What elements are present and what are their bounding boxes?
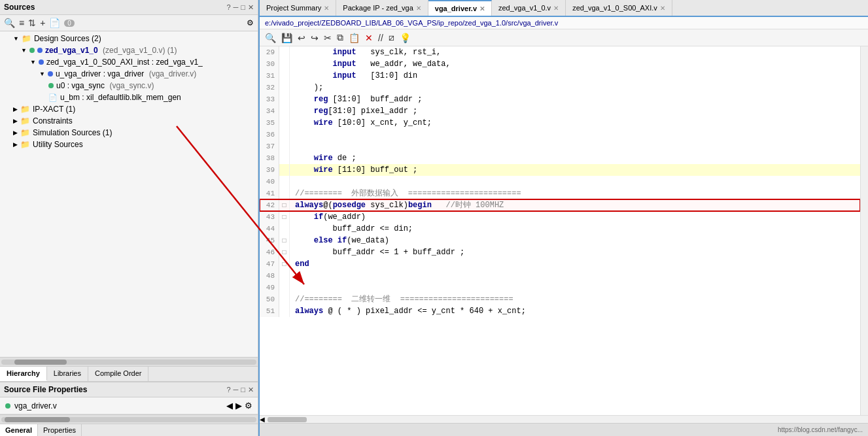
blue-dot-icon2: [48, 71, 53, 76]
tab-close-vga-driver[interactable]: ✕: [479, 5, 485, 12]
code-line-43[interactable]: 43□ if(we_addr): [260, 211, 860, 223]
minimize-icon[interactable]: ─: [234, 3, 239, 11]
sfp-forward-icon[interactable]: ▶: [235, 401, 242, 411]
tab-close-zed-vga-s00-axi[interactable]: ✕: [660, 5, 665, 12]
expand-arrow: ▼: [13, 35, 19, 42]
code-line-31[interactable]: 31 input [31:0] din: [260, 70, 860, 82]
line-number: 32: [260, 82, 279, 93]
search-icon[interactable]: 🔍: [4, 18, 15, 28]
code-line-51[interactable]: 51always @ ( * ) pixel_addr <= y_cnt * 6…: [260, 305, 860, 317]
line-code-content: //======== 二维转一维 =======================…: [290, 293, 860, 305]
line-number: 29: [260, 46, 279, 58]
tree-item-u0-vga-sync[interactable]: u0 : vga_sync (vga_sync.v): [0, 80, 258, 92]
tree-item-constraints[interactable]: ▶ 📁 Constraints: [0, 115, 258, 127]
code-line-30[interactable]: 30 input we_addr, we_data,: [260, 58, 860, 70]
tree-item-ip-xact[interactable]: ▶ 📁 IP-XACT (1): [0, 103, 258, 115]
tree-item-u-bm[interactable]: 📄 u_bm : xil_defaultlib.blk_mem_gen: [0, 92, 258, 103]
close-icon[interactable]: ✕: [248, 3, 254, 12]
line-marker: □: [279, 258, 290, 270]
tree-item-zed-vga-v10[interactable]: ▼ zed_vga_v1_0 (zed_vga_v1_0.v) (1): [0, 44, 258, 56]
code-comment-icon[interactable]: //: [378, 33, 383, 43]
code-line-36[interactable]: 36: [260, 129, 860, 141]
line-number: 46: [260, 246, 279, 258]
code-line-42[interactable]: 42□always@(posedge sys_clk)begin //时钟 10…: [260, 199, 860, 211]
props-tab-general[interactable]: General: [0, 424, 38, 436]
code-line-48[interactable]: 48: [260, 270, 860, 282]
add-icon[interactable]: +: [40, 18, 45, 28]
tab-vga-driver[interactable]: vga_driver.v ✕: [428, 0, 492, 16]
code-line-29[interactable]: 29 input sys_clk, rst_i,: [260, 46, 860, 58]
tab-project-summary[interactable]: Project Summary ✕: [260, 0, 336, 16]
scroll-left-icon[interactable]: ◀: [260, 416, 265, 423]
code-line-46[interactable]: 46□ buff_addr <= 1 + buff_addr ;: [260, 246, 860, 258]
u0-vga-sync-sub: (vga_sync.v): [107, 81, 154, 90]
file-icon[interactable]: 📄: [49, 18, 60, 28]
code-line-35[interactable]: 35 wire [10:0] x_cnt, y_cnt;: [260, 117, 860, 129]
code-editor[interactable]: 29 input sys_clk, rst_i,30 input we_addr…: [260, 46, 860, 415]
sfp-filename: vga_driver.v: [14, 401, 57, 411]
code-search-icon[interactable]: 🔍: [265, 33, 276, 43]
code-line-37[interactable]: 37: [260, 141, 860, 152]
restore-icon[interactable]: □: [241, 3, 245, 11]
code-line-45[interactable]: 45□ else if(we_data): [260, 235, 860, 246]
sfp-help-icon[interactable]: ?: [226, 386, 230, 394]
code-undo-icon[interactable]: ↩: [298, 33, 305, 43]
code-line-41[interactable]: 41//======== 外部数据输入 ====================…: [260, 188, 860, 199]
tab-zed-vga-s00-axi[interactable]: zed_vga_v1_0_S00_AXI.v ✕: [566, 0, 672, 16]
tab-package-ip[interactable]: Package IP - zed_vga ✕: [336, 0, 428, 16]
code-line-38[interactable]: 38 wire de ;: [260, 152, 860, 164]
sfp-h-scrollbar[interactable]: [0, 414, 258, 424]
h-scroll-thumb: [14, 360, 67, 365]
props-tab-properties[interactable]: Properties: [38, 424, 82, 436]
sfp-close-icon[interactable]: ✕: [248, 386, 254, 394]
sfp-gear-icon[interactable]: ⚙: [245, 401, 252, 411]
horizontal-scrollbar[interactable]: ◀: [260, 415, 868, 423]
code-line-33[interactable]: 33 reg [31:0] buff_addr ;: [260, 93, 860, 105]
sfp-back-icon[interactable]: ◀: [226, 401, 233, 411]
folder-icon-sim: 📁: [20, 128, 30, 137]
code-delete-icon[interactable]: ✕: [365, 33, 373, 43]
code-line-32[interactable]: 32 );: [260, 82, 860, 93]
line-number: 48: [260, 270, 279, 282]
expand-arrow-ip: ▶: [13, 106, 18, 112]
sfp-minimize-icon[interactable]: ─: [234, 386, 239, 394]
vertical-scrollbar[interactable]: [860, 46, 868, 415]
collapse-icon[interactable]: ≡: [19, 18, 24, 28]
code-redo-icon[interactable]: ↪: [311, 33, 319, 43]
tree-h-scrollbar[interactable]: [0, 357, 258, 366]
tab-compile-order[interactable]: Compile Order: [88, 367, 149, 381]
code-line-50[interactable]: 50//======== 二维转一维 =====================…: [260, 293, 860, 305]
sort-icon[interactable]: ⇅: [28, 18, 36, 28]
sources-title: Sources: [4, 3, 35, 12]
code-paste-icon[interactable]: 📋: [349, 33, 360, 43]
code-save-icon[interactable]: 💾: [281, 33, 292, 43]
code-line-49[interactable]: 49: [260, 282, 860, 293]
line-code-content: end: [290, 258, 860, 270]
tab-libraries[interactable]: Libraries: [47, 367, 88, 381]
code-line-39[interactable]: 39 wire [11:0] buff_out ;: [260, 164, 860, 176]
line-marker: □: [279, 211, 290, 223]
tree-item-u-vga-driver[interactable]: ▼ u_vga_driver : vga_driver (vga_driver.…: [0, 68, 258, 80]
code-bulb-icon[interactable]: 💡: [400, 33, 411, 43]
tab-zed-vga-v10[interactable]: zed_vga_v1_0.v ✕: [492, 0, 566, 16]
tree-item-utility[interactable]: ▶ 📁 Utility Sources: [0, 139, 258, 150]
help-icon[interactable]: ?: [226, 3, 230, 11]
tree-item-simulation[interactable]: ▶ 📁 Simulation Sources (1): [0, 127, 258, 139]
tab-close-project-summary[interactable]: ✕: [324, 5, 329, 12]
code-line-40[interactable]: 40: [260, 176, 860, 188]
gear-icon[interactable]: ⚙: [247, 18, 254, 27]
tree-item-s00-axi[interactable]: ▼ zed_vga_v1_0_S00_AXI_inst : zed_vga_v1…: [0, 56, 258, 68]
code-line-47[interactable]: 47□end: [260, 258, 860, 270]
code-line-44[interactable]: 44 buff_addr <= din;: [260, 223, 860, 235]
code-line-34[interactable]: 34 reg[31:0] pixel_addr ;: [260, 105, 860, 117]
sfp-restore-icon[interactable]: □: [241, 386, 245, 394]
code-copy-icon[interactable]: ⧉: [337, 32, 343, 43]
sfp-scroll-thumb: [5, 417, 70, 422]
line-number: 45: [260, 235, 279, 246]
code-split-icon[interactable]: ⧄: [389, 32, 394, 43]
tree-item-design-sources[interactable]: ▼ 📁 Design Sources (2): [0, 33, 258, 44]
tab-close-package-ip[interactable]: ✕: [416, 5, 421, 12]
tab-close-zed-vga-v10[interactable]: ✕: [553, 5, 559, 12]
tab-hierarchy[interactable]: Hierarchy: [0, 367, 47, 381]
code-cut-icon[interactable]: ✂: [324, 33, 332, 43]
